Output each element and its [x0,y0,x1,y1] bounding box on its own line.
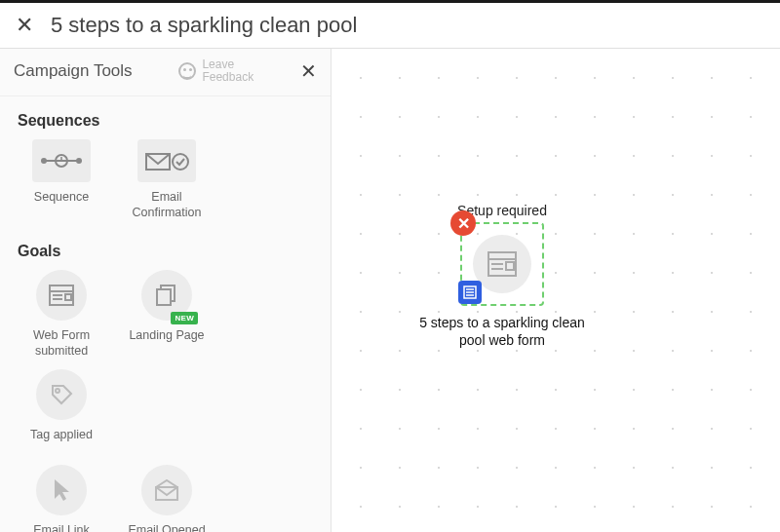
node-status-text: Setup required [419,203,585,218]
tool-tag-applied[interactable]: Tag applied [14,369,109,459]
tool-label: Tag applied [30,428,93,459]
error-badge-icon: ✕ [450,210,476,236]
tool-label: Web Form submitted [14,328,109,360]
new-badge: NEW [171,312,198,324]
tool-label: Landing Page [129,328,204,360]
tool-label: Email Confirmation [119,190,214,221]
close-icon[interactable]: ✕ [16,13,33,38]
form-badge-icon [458,281,482,304]
svg-rect-23 [506,262,514,270]
tool-email-confirmation[interactable]: Email Confirmation [119,139,214,221]
tool-email-link-clicked[interactable]: Email Link clicked [14,465,109,532]
smile-icon [178,62,196,80]
sidebar-header: Campaign Tools Leave Feedback ✕ [0,49,331,96]
canvas-node[interactable]: Setup required ✕ 5 steps to a sparkling … [419,203,585,349]
section-title-goals: Goals [0,227,331,270]
leave-feedback-button[interactable]: Leave Feedback [178,58,254,84]
svg-point-7 [173,154,188,170]
svg-rect-14 [157,289,171,305]
sequences-row: Sequence Email Confirmation [0,139,331,227]
webform-icon [473,235,531,293]
svg-point-5 [76,158,82,164]
cursor-icon [36,465,87,515]
node-label: 5 steps to a sparkling clean pool web fo… [419,314,585,349]
feedback-label: Leave Feedback [202,58,254,84]
tool-label: Sequence [34,190,89,221]
svg-point-1 [41,158,47,164]
section-title-sequences: Sequences [0,96,331,139]
tool-sequence[interactable]: Sequence [14,139,109,221]
tool-label: Email Link clicked [14,523,109,532]
tag-icon [36,369,87,420]
header-bar: ✕ 5 steps to a sparkling clean pool [0,0,780,49]
tool-email-opened[interactable]: Email Opened [119,465,214,532]
email-confirm-icon [137,139,196,182]
svg-rect-12 [65,294,71,300]
tool-webform-submitted[interactable]: Web Form submitted [14,270,109,360]
sidebar-close-icon[interactable]: ✕ [300,59,317,83]
tool-landing-page[interactable]: NEW Landing Page [119,270,214,360]
node-box[interactable]: ✕ [460,222,544,306]
tool-label: Email Opened [128,523,205,532]
goals-row-2: Email Link clicked Email Opened Product … [0,465,331,532]
sidebar-title: Campaign Tools [14,61,133,81]
page-title: 5 steps to a sparkling clean pool [51,13,357,38]
sidebar: Campaign Tools Leave Feedback ✕ Sequence… [0,49,332,532]
svg-point-15 [56,389,59,393]
main-body: Campaign Tools Leave Feedback ✕ Sequence… [0,49,780,532]
sequence-icon [32,139,91,182]
campaign-canvas[interactable]: Setup required ✕ 5 steps to a sparkling … [332,49,780,532]
email-open-icon [141,465,192,515]
landing-page-icon: NEW [141,270,192,321]
webform-icon [36,270,87,321]
goals-row-1: Web Form submitted NEW Landing Page Tag … [0,270,331,465]
